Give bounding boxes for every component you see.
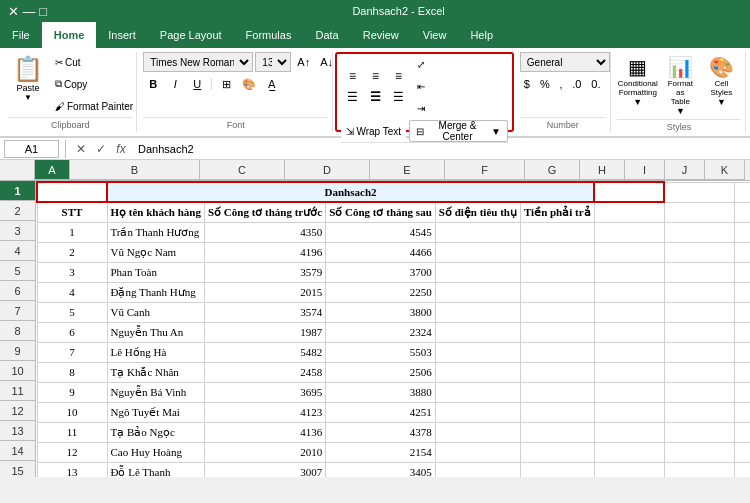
cell-h5[interactable] [664,262,734,282]
row-num-9[interactable]: 9 [0,341,35,361]
currency-button[interactable]: $ [520,74,534,94]
col-header-j[interactable]: J [665,160,705,180]
row-num-12[interactable]: 12 [0,401,35,421]
row-num-5[interactable]: 5 [0,261,35,281]
cell-g1[interactable] [594,182,664,202]
cell-styles-button[interactable]: 🎨 CellStyles ▼ [702,52,741,110]
cell-e4[interactable] [435,242,520,262]
cell-c11[interactable]: 3695 [204,382,325,402]
cell-h12[interactable] [664,402,734,422]
cell-f13[interactable] [520,422,594,442]
cell-i8[interactable] [734,322,750,342]
cell-i14[interactable] [734,442,750,462]
col-header-d[interactable]: D [285,160,370,180]
increase-font-button[interactable]: A↑ [293,52,314,72]
cell-g13[interactable] [594,422,664,442]
tab-data[interactable]: Data [303,22,350,48]
cell-h7[interactable] [664,302,734,322]
cell-a4[interactable]: 2 [37,242,107,262]
cell-a10[interactable]: 8 [37,362,107,382]
align-bottom-right-button[interactable]: ☰ [387,87,409,107]
cell-b11[interactable]: Nguyễn Bá Vinh [107,382,204,402]
align-bottom-left-button[interactable]: ☰ [341,87,363,107]
cell-a3[interactable]: 1 [37,222,107,242]
cell-d7[interactable]: 3800 [326,302,436,322]
tab-review[interactable]: Review [351,22,411,48]
cell-c8[interactable]: 1987 [204,322,325,342]
cell-i6[interactable] [734,282,750,302]
cell-c3[interactable]: 4350 [204,222,325,242]
cell-h3[interactable] [664,222,734,242]
format-painter-button[interactable]: 🖌 Format Painter [50,96,138,116]
underline-button[interactable]: U [187,74,207,94]
cell-a15[interactable]: 13 [37,462,107,477]
row-num-6[interactable]: 6 [0,281,35,301]
cell-b5[interactable]: Phan Toàn [107,262,204,282]
cell-c5[interactable]: 3579 [204,262,325,282]
cell-f4[interactable] [520,242,594,262]
cell-g7[interactable] [594,302,664,322]
cell-a14[interactable]: 12 [37,442,107,462]
cell-b12[interactable]: Ngô Tuyết Mai [107,402,204,422]
cell-b2[interactable]: Họ tên khách hàng [107,202,204,222]
row-num-3[interactable]: 3 [0,221,35,241]
tab-page-layout[interactable]: Page Layout [148,22,234,48]
tab-view[interactable]: View [411,22,459,48]
cell-styles-dropdown[interactable]: ▼ [717,97,726,107]
col-header-a[interactable]: A [35,160,70,180]
number-format-select[interactable]: General [520,52,610,72]
cell-f14[interactable] [520,442,594,462]
cell-e8[interactable] [435,322,520,342]
cell-c6[interactable]: 2015 [204,282,325,302]
cell-a1[interactable] [37,182,107,202]
increase-decimal-button[interactable]: .0 [568,74,585,94]
cell-c7[interactable]: 3574 [204,302,325,322]
cell-b3[interactable]: Trần Thanh Hương [107,222,204,242]
cell-i13[interactable] [734,422,750,442]
cell-i9[interactable] [734,342,750,362]
row-num-7[interactable]: 7 [0,301,35,321]
cell-reference-input[interactable] [4,140,59,158]
cell-f9[interactable] [520,342,594,362]
cell-e12[interactable] [435,402,520,422]
cell-d13[interactable]: 4378 [326,422,436,442]
cell-b13[interactable]: Tạ Bảo Ngọc [107,422,204,442]
cell-g15[interactable] [594,462,664,477]
align-top-center-button[interactable]: ≡ [364,66,386,86]
cell-d14[interactable]: 2154 [326,442,436,462]
cell-a11[interactable]: 9 [37,382,107,402]
cell-c14[interactable]: 2010 [204,442,325,462]
cell-d15[interactable]: 3405 [326,462,436,477]
fill-color-button[interactable]: 🎨 [238,74,260,94]
row-num-15[interactable]: 15 [0,461,35,477]
align-top-right-button[interactable]: ≡ [387,66,409,86]
tab-home[interactable]: Home [42,22,97,48]
cell-e15[interactable] [435,462,520,477]
cell-g11[interactable] [594,382,664,402]
cell-f2[interactable]: Tiền phải trả [520,202,594,222]
merge-center-dropdown[interactable]: ▼ [491,126,501,137]
row-num-10[interactable]: 10 [0,361,35,381]
cell-d4[interactable]: 4466 [326,242,436,262]
cell-e6[interactable] [435,282,520,302]
cell-d3[interactable]: 4545 [326,222,436,242]
confirm-formula-icon[interactable]: ✓ [92,140,110,158]
cell-a13[interactable]: 11 [37,422,107,442]
cell-g14[interactable] [594,442,664,462]
cell-i7[interactable] [734,302,750,322]
conditional-dropdown[interactable]: ▼ [633,97,642,107]
cell-i4[interactable] [734,242,750,262]
cancel-formula-icon[interactable]: ✕ [72,140,90,158]
cell-g3[interactable] [594,222,664,242]
decrease-decimal-button[interactable]: 0. [587,74,604,94]
col-header-k[interactable]: K [705,160,745,180]
cell-c9[interactable]: 5482 [204,342,325,362]
cell-f15[interactable] [520,462,594,477]
cell-f6[interactable] [520,282,594,302]
cell-i11[interactable] [734,382,750,402]
cell-g6[interactable] [594,282,664,302]
cell-g2[interactable] [594,202,664,222]
row-num-2[interactable]: 2 [0,201,35,221]
orientation-button[interactable]: ⤢ [413,54,429,74]
cell-g12[interactable] [594,402,664,422]
